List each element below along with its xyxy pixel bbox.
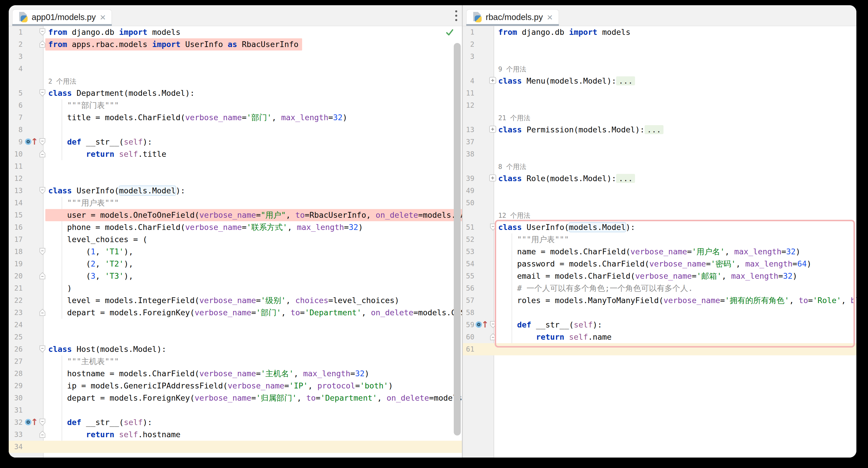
line-number[interactable]: 58 <box>463 307 474 319</box>
unfold-icon[interactable] <box>489 126 496 134</box>
code-line[interactable]: 18 (1, 'T1'), <box>9 245 462 258</box>
inlay-hint-row[interactable]: 8 个用法 <box>463 160 857 172</box>
code-line[interactable]: 54 password = models.CharField(verbose_n… <box>463 258 857 270</box>
line-number[interactable]: 10 <box>9 148 23 160</box>
line-number[interactable]: 1 <box>463 26 474 38</box>
tab-app01-models[interactable]: app01/models.py × <box>12 9 112 26</box>
code-line[interactable]: 5class Department(models.Model): <box>9 87 462 99</box>
code-line[interactable]: 55 email = models.CharField(verbose_name… <box>463 270 857 282</box>
overrides-method-icon[interactable]: ↑ <box>25 137 38 146</box>
code-line[interactable]: 1from django.db import models <box>9 26 462 38</box>
line-number[interactable]: 8 <box>9 124 23 136</box>
usages-inlay-hint[interactable]: 2 个用法 <box>48 75 76 88</box>
line-number[interactable]: 52 <box>463 233 474 245</box>
code-line[interactable]: 58 <box>463 307 857 319</box>
code-line[interactable]: 2from apps.rbac.models import UserInfo a… <box>9 38 462 51</box>
code-line[interactable]: 4 <box>9 63 462 75</box>
line-number[interactable]: 4 <box>9 63 23 75</box>
line-number[interactable]: 59 <box>463 319 474 331</box>
line-number[interactable]: 60 <box>463 331 474 343</box>
line-number[interactable]: 50 <box>463 197 474 209</box>
usages-inlay-hint[interactable]: 9 个用法 <box>498 63 526 75</box>
code-line[interactable]: 23 depart = models.ForeignKey(verbose_na… <box>9 307 462 319</box>
line-number[interactable]: 33 <box>9 429 23 441</box>
line-number[interactable]: 12 <box>463 99 474 111</box>
code-line[interactable]: 22 level = models.IntegerField(verbose_n… <box>9 294 462 307</box>
code-line[interactable]: 3 <box>9 51 462 63</box>
line-number[interactable]: 31 <box>9 404 23 416</box>
code-line[interactable]: 15 user = models.OneToOneField(verbose_n… <box>9 209 462 221</box>
overrides-method-icon[interactable]: ↑ <box>25 418 38 427</box>
line-number[interactable]: 11 <box>463 87 474 99</box>
fold-icon[interactable] <box>38 418 46 427</box>
inlay-hint-row[interactable]: 12 个用法 <box>463 209 857 221</box>
more-options-icon[interactable] <box>455 9 457 22</box>
code-line[interactable]: 14 """用户表""" <box>9 197 462 209</box>
usages-inlay-hint[interactable]: 21 个用法 <box>498 111 530 124</box>
code-line[interactable]: 60 return self.name <box>463 331 857 343</box>
code-line[interactable]: 51class UserInfo(models.Model): <box>463 221 857 233</box>
line-number[interactable]: 34 <box>9 441 23 453</box>
fold-icon[interactable] <box>38 308 46 317</box>
code-line[interactable]: 57 roles = models.ManyToManyField(verbos… <box>463 294 857 307</box>
line-number[interactable]: 27 <box>9 355 23 368</box>
fold-icon[interactable] <box>489 321 497 330</box>
code-line[interactable]: 52 """用户表""" <box>463 233 857 245</box>
line-number[interactable]: 13 <box>9 185 23 197</box>
line-number[interactable]: 5 <box>9 87 23 99</box>
line-number[interactable]: 49 <box>463 185 474 197</box>
editor-left[interactable]: 1from django.db import models2from apps.… <box>9 26 462 458</box>
line-number[interactable]: 15 <box>9 209 23 221</box>
code-line[interactable]: 25 <box>9 331 462 343</box>
code-line[interactable]: 11 <box>9 160 462 172</box>
code-line[interactable]: 37 <box>463 136 857 148</box>
code-line[interactable]: 38 <box>463 148 857 160</box>
fold-icon[interactable] <box>38 187 46 196</box>
code-line[interactable]: 21 ) <box>9 282 462 294</box>
code-line[interactable]: 20 (3, 'T3'), <box>9 270 462 282</box>
code-line[interactable]: 29 ip = models.GenericIPAddressField(ver… <box>9 380 462 392</box>
line-number[interactable]: 28 <box>9 368 23 380</box>
close-icon[interactable]: × <box>547 14 553 20</box>
fold-icon[interactable] <box>38 89 46 98</box>
line-number[interactable]: 22 <box>9 294 23 307</box>
line-number[interactable]: 21 <box>9 282 23 294</box>
fold-icon[interactable] <box>38 40 46 49</box>
fold-icon[interactable] <box>489 223 497 232</box>
line-number[interactable]: 16 <box>9 221 23 233</box>
inlay-hint-row[interactable]: 2 个用法 <box>9 75 462 87</box>
line-number[interactable]: 14 <box>9 197 23 209</box>
line-number[interactable]: 57 <box>463 294 474 307</box>
code-line[interactable]: 19 (2, 'T2'), <box>9 258 462 270</box>
code-line[interactable]: 12 <box>9 172 462 185</box>
line-number[interactable]: 7 <box>9 111 23 124</box>
line-number[interactable]: 6 <box>9 99 23 111</box>
line-number[interactable]: 26 <box>9 343 23 355</box>
line-number[interactable]: 54 <box>463 258 474 270</box>
fold-icon[interactable] <box>38 138 46 147</box>
close-icon[interactable]: × <box>100 14 106 20</box>
line-number[interactable]: 9 <box>9 136 23 148</box>
code-line[interactable]: 1from django.db import models <box>463 26 857 38</box>
line-number[interactable]: 61 <box>463 343 474 355</box>
line-number[interactable]: 2 <box>463 38 474 51</box>
code-line[interactable]: 4class Menu(models.Model):... <box>463 75 857 87</box>
code-line[interactable]: 11 <box>463 87 857 99</box>
line-number[interactable]: 13 <box>463 124 474 136</box>
code-line[interactable]: 9↑ def __str__(self): <box>9 136 462 148</box>
code-line[interactable]: 16 phone = models.CharField(verbose_name… <box>9 221 462 233</box>
line-number[interactable]: 18 <box>9 245 23 258</box>
line-number[interactable]: 55 <box>463 270 474 282</box>
code-line[interactable]: 28 hostname = models.CharField(verbose_n… <box>9 368 462 380</box>
fold-icon[interactable] <box>38 150 46 159</box>
usages-inlay-hint[interactable]: 12 个用法 <box>498 209 530 222</box>
code-line[interactable]: 2 <box>463 38 857 51</box>
code-line[interactable]: 7 title = models.CharField(verbose_name=… <box>9 111 462 124</box>
line-number[interactable]: 1 <box>9 26 23 38</box>
code-line[interactable]: 12 <box>463 99 857 111</box>
code-line[interactable]: 24 <box>9 319 462 331</box>
line-number[interactable]: 51 <box>463 221 474 233</box>
line-number[interactable]: 20 <box>9 270 23 282</box>
line-number[interactable]: 24 <box>9 319 23 331</box>
line-number[interactable]: 2 <box>9 38 23 51</box>
